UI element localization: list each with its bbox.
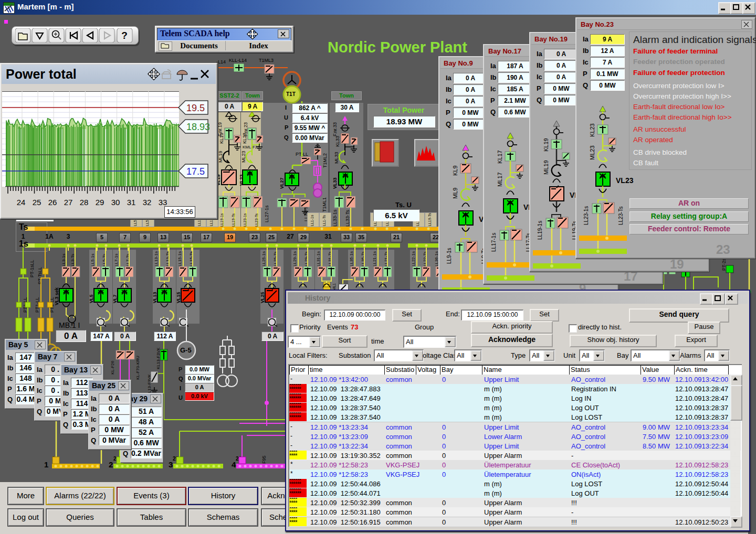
svg-text:?: ? [121,30,128,41]
svg-text:18.93: 18.93 [186,122,209,132]
svg-text:17.5: 17.5 [186,166,205,177]
svg-text:19.5: 19.5 [186,103,205,113]
